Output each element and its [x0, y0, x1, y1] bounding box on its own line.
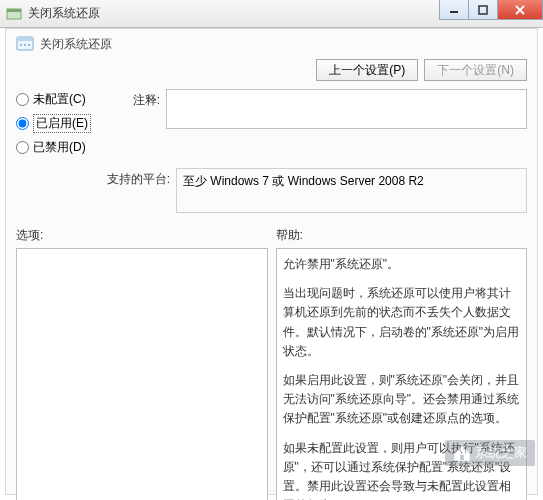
help-paragraph: 允许禁用"系统还原"。 [283, 255, 521, 274]
dialog-body: 关闭系统还原 上一个设置(P) 下一个设置(N) 未配置(C) 已启用(E) 已… [5, 28, 538, 495]
radio-not-configured[interactable] [16, 93, 29, 106]
help-paragraph: 如果启用此设置，则"系统还原"会关闭，并且无法访问"系统还原向导"。还会禁用通过… [283, 371, 521, 429]
svg-point-6 [20, 44, 22, 46]
close-button[interactable] [497, 0, 543, 20]
radio-group: 未配置(C) 已启用(E) 已禁用(D) [16, 89, 106, 162]
next-setting-button[interactable]: 下一个设置(N) [424, 59, 527, 81]
page-header: 关闭系统还原 [16, 35, 527, 53]
svg-rect-3 [479, 6, 487, 14]
platform-value-box: 至少 Windows 7 或 Windows Server 2008 R2 [176, 168, 527, 213]
svg-rect-1 [7, 9, 21, 12]
radio-enabled-label[interactable]: 已启用(E) [33, 114, 91, 133]
window-titlebar: 关闭系统还原 [0, 0, 543, 28]
watermark-text: 系统之家 [475, 444, 527, 462]
radio-disabled-label[interactable]: 已禁用(D) [33, 139, 86, 156]
minimize-button[interactable] [439, 0, 469, 20]
help-paragraph: 当出现问题时，系统还原可以使用户将其计算机还原到先前的状态而不丢失个人数据文件。… [283, 284, 521, 361]
comment-label: 注释: [106, 89, 166, 109]
window-title: 关闭系统还原 [28, 5, 100, 22]
app-icon [6, 6, 22, 22]
nav-buttons: 上一个设置(P) 下一个设置(N) [16, 59, 527, 81]
comment-textarea[interactable] [166, 89, 527, 129]
options-pane [16, 248, 268, 500]
help-label: 帮助: [276, 227, 528, 244]
svg-point-8 [28, 44, 30, 46]
svg-rect-5 [17, 37, 33, 41]
svg-point-7 [24, 44, 26, 46]
radio-not-configured-label[interactable]: 未配置(C) [33, 91, 86, 108]
maximize-button[interactable] [468, 0, 498, 20]
svg-rect-9 [460, 455, 464, 460]
platform-value: 至少 Windows 7 或 Windows Server 2008 R2 [183, 174, 424, 188]
watermark: 系统之家 [445, 440, 535, 466]
radio-enabled[interactable] [16, 117, 29, 130]
window-controls [440, 0, 543, 20]
options-label: 选项: [16, 227, 268, 244]
radio-disabled[interactable] [16, 141, 29, 154]
platform-label: 支持的平台: [106, 168, 176, 188]
page-title: 关闭系统还原 [40, 36, 112, 53]
house-icon [453, 444, 471, 462]
page-icon [16, 35, 34, 53]
prev-setting-button[interactable]: 上一个设置(P) [316, 59, 418, 81]
